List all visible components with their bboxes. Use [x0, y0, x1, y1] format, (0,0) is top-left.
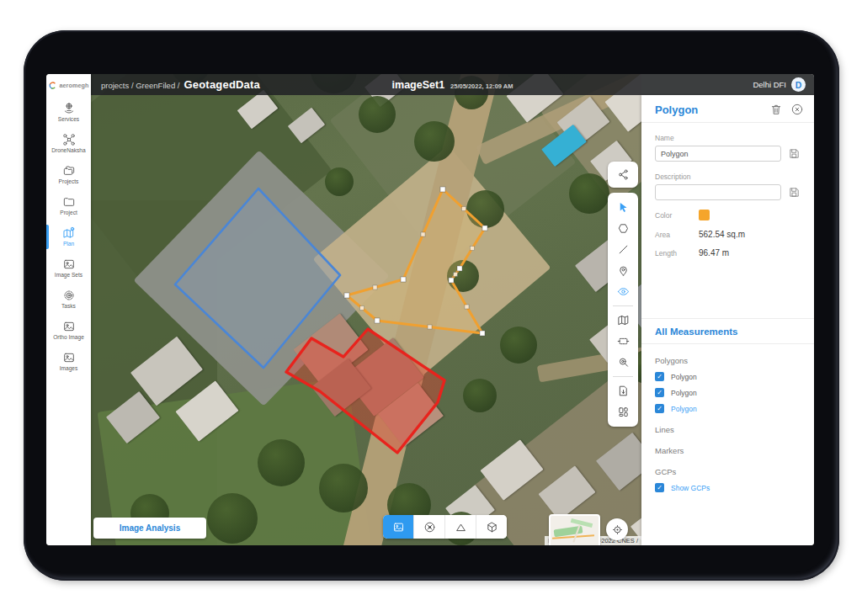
grid-layout-button[interactable]	[608, 401, 638, 422]
close-circle-icon	[790, 103, 804, 116]
checkbox-checked-icon[interactable]: ✓	[655, 388, 664, 397]
midpoint-handle[interactable]	[465, 305, 469, 309]
map-canvas[interactable]: Image Analysis Leaflet | Imagery ©2022 C…	[91, 74, 641, 545]
image-icon	[62, 258, 76, 271]
midpoint-handle[interactable]	[428, 325, 432, 329]
midpoint-handle[interactable]	[471, 247, 475, 251]
breadcrumb[interactable]: projects / GreenFiled / GeotagedData	[91, 78, 260, 91]
user-name: Delhi DFI	[753, 80, 786, 89]
line-tool-button[interactable]	[608, 239, 638, 260]
sidebar-item-label: Ortho Image	[53, 335, 84, 341]
sidebar-item-dronenaksha[interactable]: DroneNaksha	[46, 128, 91, 159]
length-value: 96.47 m	[699, 248, 729, 258]
checkbox-checked-icon[interactable]: ✓	[655, 372, 664, 381]
polygons-section-label: Polygons	[655, 356, 801, 365]
midpoint-handle[interactable]	[373, 285, 377, 289]
breadcrumb-prefix[interactable]: projects / GreenFiled /	[101, 81, 179, 90]
vertex-handle[interactable]	[449, 278, 454, 283]
folders-icon	[62, 164, 76, 178]
sidebar-item-image-sets[interactable]: Image Sets	[46, 252, 91, 284]
lines-section-label: Lines	[655, 425, 801, 434]
midpoint-handle[interactable]	[421, 232, 425, 236]
sidebar-item-ortho-image[interactable]: Ortho Image	[46, 315, 91, 346]
terrain-view-button[interactable]	[445, 515, 476, 539]
cube-3d-view-button[interactable]	[476, 515, 507, 539]
locate-button[interactable]	[606, 518, 628, 540]
share-button[interactable]	[608, 162, 638, 188]
image-analysis-button[interactable]: Image Analysis	[93, 518, 206, 539]
image-view-button[interactable]	[383, 515, 414, 539]
vertex-handle[interactable]	[440, 187, 445, 192]
sidebar-item-plan[interactable]: Plan	[46, 221, 91, 252]
polygon-item-label[interactable]: Polygon	[671, 389, 697, 397]
marker-tool-button[interactable]	[608, 260, 638, 281]
delete-polygon-button[interactable]	[769, 103, 783, 116]
minimap-layer-preview[interactable]	[549, 514, 600, 545]
base-map-icon	[617, 314, 630, 327]
locate-target-icon	[611, 523, 624, 536]
vertex-handle[interactable]	[375, 318, 380, 323]
panel-header: Polygon	[641, 95, 814, 122]
drone-view-button[interactable]	[414, 515, 445, 539]
terrain-view-icon	[455, 521, 467, 534]
measure-area-button[interactable]	[608, 331, 638, 352]
sidebar-item-label: Project	[60, 210, 77, 216]
checkbox-checked-icon[interactable]: ✓	[655, 404, 664, 413]
sidebar-item-images[interactable]: Images	[46, 346, 91, 377]
sidebar-item-projects[interactable]: Projects	[46, 159, 91, 190]
show-gcps-row[interactable]: ✓ Show GCPs	[655, 483, 801, 492]
share-nodes-icon	[617, 168, 630, 181]
length-label: Length	[655, 249, 699, 258]
polygon-item-label[interactable]: Polygon	[671, 373, 697, 381]
sidebar-item-tasks[interactable]: Tasks	[46, 284, 91, 315]
description-input[interactable]	[655, 184, 781, 200]
save-description-button[interactable]	[788, 186, 801, 199]
checkbox-checked-icon[interactable]: ✓	[655, 483, 664, 492]
sidebar-item-services[interactable]: Services	[46, 97, 91, 128]
polygon-tool-button[interactable]	[608, 218, 638, 239]
imageset-title-group: imageSet1 25/05/2022, 12:09 AM	[392, 79, 513, 91]
gcps-section-label: GCPs	[655, 467, 801, 476]
vertex-handle[interactable]	[401, 277, 406, 282]
measure-area-icon	[617, 335, 630, 348]
visibility-button[interactable]	[608, 281, 638, 302]
polygon-visibility-row[interactable]: ✓ Polygon	[655, 404, 801, 413]
polygon-visibility-row[interactable]: ✓ Polygon	[655, 388, 801, 397]
vertex-handle[interactable]	[457, 266, 462, 271]
sidebar: aeromegh Services DroneNaksha Projects P…	[46, 74, 91, 545]
close-panel-button[interactable]	[790, 103, 804, 116]
vertex-handle[interactable]	[344, 293, 349, 298]
spacer	[641, 258, 814, 318]
map-polygon-red[interactable]	[286, 329, 444, 453]
breadcrumb-current: GeotagedData	[184, 78, 260, 91]
polygon-item-label-selected[interactable]: Polygon	[671, 405, 697, 413]
sidebar-item-label: Image Sets	[55, 273, 82, 279]
cursor-select-button[interactable]	[608, 197, 638, 218]
midpoint-handle[interactable]	[360, 306, 364, 311]
vertex-handle[interactable]	[482, 226, 487, 231]
page: Image Analysis Leaflet | Imagery ©2022 C…	[0, 0, 862, 616]
imageset-name: imageSet1	[392, 79, 445, 91]
sidebar-item-label: DroneNaksha	[51, 148, 85, 154]
search-location-button[interactable]	[608, 352, 638, 373]
cursor-select-icon	[617, 201, 630, 214]
drone-icon	[62, 133, 76, 146]
save-name-button[interactable]	[788, 147, 801, 160]
file-import-button[interactable]	[608, 380, 638, 401]
midpoint-handle[interactable]	[462, 207, 466, 211]
polygon-visibility-row[interactable]: ✓ Polygon	[655, 372, 801, 381]
app-screen: Image Analysis Leaflet | Imagery ©2022 C…	[46, 74, 814, 545]
name-input[interactable]	[655, 146, 781, 162]
image-icon	[62, 351, 76, 364]
midpoint-handle[interactable]	[454, 273, 458, 277]
user-menu[interactable]: Delhi DFI D	[753, 77, 814, 92]
name-label: Name	[655, 134, 801, 142]
sidebar-item-project[interactable]: Project	[46, 190, 91, 221]
base-map-button[interactable]	[608, 310, 638, 331]
trash-icon	[769, 103, 783, 116]
area-label: Area	[655, 231, 699, 239]
color-swatch[interactable]	[699, 210, 710, 220]
vertex-handle[interactable]	[480, 331, 485, 336]
avatar[interactable]: D	[791, 77, 806, 92]
show-gcps-label[interactable]: Show GCPs	[671, 484, 710, 492]
